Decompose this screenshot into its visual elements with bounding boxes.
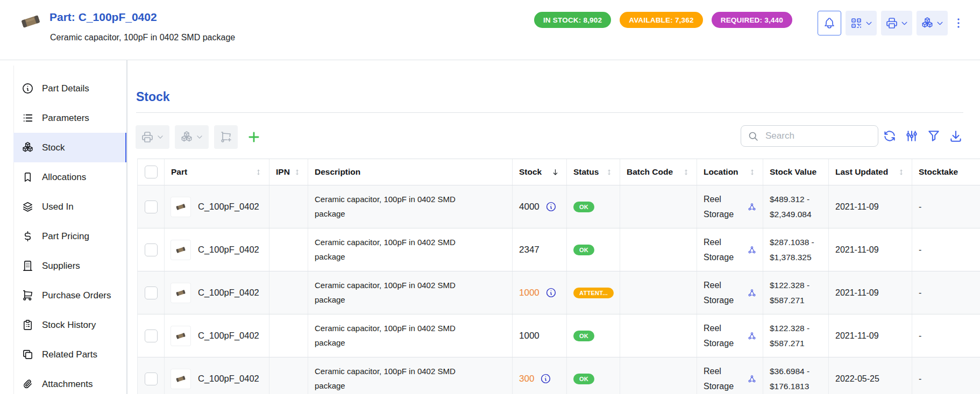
sidebar-item-allocations[interactable]: Allocations	[13, 162, 126, 192]
badge-in-stock: IN STOCK: 8,902	[534, 12, 611, 28]
cell-location: Reel Storage	[697, 357, 763, 394]
stock-value-range: $36.6984 - $176.1813	[770, 364, 822, 393]
table-row[interactable]: C_100pF_0402Ceramic capacitor, 100pF in …	[138, 271, 980, 314]
column-header-stock[interactable]: Stock	[513, 159, 567, 185]
sitemap-icon[interactable]	[748, 289, 756, 297]
sidebar-item-stock-history[interactable]: Stock History	[13, 310, 126, 340]
row-checkbox[interactable]	[145, 286, 158, 299]
sidebar-item-attachments[interactable]: Attachments	[13, 369, 126, 394]
part-thumbnail	[171, 283, 190, 303]
stock-quantity: 2347	[519, 245, 539, 255]
part-description-text: Ceramic capacitor, 100pF in 0402 SMD pac…	[315, 192, 471, 221]
cell-batch	[620, 357, 697, 394]
app-window: Part: C_100pF_0402 Ceramic capacitor, 10…	[0, 0, 980, 394]
download-table-button[interactable]	[949, 129, 963, 143]
table-row[interactable]: C_100pF_0402Ceramic capacitor, 100pF in …	[138, 314, 980, 357]
column-label: IPN	[276, 167, 290, 177]
row-checkbox[interactable]	[145, 329, 158, 342]
bell-button[interactable]	[818, 11, 841, 35]
clipboard-icon	[22, 319, 34, 331]
sidebar-item-label: Stock	[42, 142, 65, 153]
sidebar-item-parameters[interactable]: Parameters	[13, 103, 126, 133]
column-header-batch[interactable]: Batch Code	[620, 159, 697, 185]
part-name: C_100pF_0402	[198, 245, 259, 255]
sidebar-item-part-pricing[interactable]: Part Pricing	[13, 221, 126, 251]
bookmark-icon	[22, 171, 34, 183]
column-label: Status	[573, 167, 599, 177]
stock-cubes-button[interactable]	[917, 11, 948, 35]
part-description-text: Ceramic capacitor, 100pF in 0402 SMD pac…	[315, 364, 471, 393]
sidebar-item-used-in[interactable]: Used In	[13, 192, 126, 221]
table-row[interactable]: C_100pF_0402Ceramic capacitor, 100pF in …	[138, 185, 980, 228]
sort-both-icon	[293, 168, 301, 176]
sitemap-icon[interactable]	[748, 332, 756, 340]
cell-stock_value: $122.328 - $587.271	[763, 314, 829, 357]
row-checkbox[interactable]	[145, 243, 158, 256]
search-input[interactable]	[764, 130, 871, 142]
column-header-location[interactable]: Location	[697, 159, 763, 185]
sidebar-item-purchase-orders[interactable]: Purchase Orders	[13, 281, 126, 310]
stock-value-range: $287.1038 - $1,378.325	[770, 235, 822, 264]
stock-value-range: $122.328 - $587.271	[770, 278, 822, 307]
table-row[interactable]: C_100pF_0402Ceramic capacitor, 100pF in …	[138, 357, 980, 394]
refresh-table-button[interactable]	[883, 129, 897, 143]
column-header-part[interactable]: Part	[165, 159, 269, 185]
qrcode-button[interactable]	[846, 11, 877, 35]
sidebar-item-label: Purchase Orders	[42, 290, 111, 301]
sitemap-icon[interactable]	[748, 203, 756, 211]
sidebar: Part DetailsParametersStockAllocationsUs…	[0, 60, 127, 394]
printer-toolbar-button[interactable]	[136, 125, 169, 149]
column-label: Description	[315, 167, 360, 177]
status-badge: OK	[573, 374, 594, 384]
sitemap-icon[interactable]	[748, 246, 756, 254]
cell-part: C_100pF_0402	[165, 271, 269, 314]
column-label: Stocktake	[919, 167, 958, 177]
kebab-menu-button[interactable]	[952, 11, 965, 35]
cell-ipn	[269, 314, 308, 357]
column-header-last_updated[interactable]: Last Updated	[829, 159, 912, 185]
table-header-row: PartIPNDescriptionStockStatusBatch CodeL…	[138, 159, 980, 185]
cell-last_updated: 2021-11-09	[829, 314, 912, 357]
sort-both-icon	[897, 168, 905, 176]
location-name: Reel Storage	[704, 235, 742, 265]
column-header-ipn[interactable]: IPN	[269, 159, 308, 185]
cart-plus-toolbar-button[interactable]	[214, 125, 238, 149]
sidebar-item-stock[interactable]: Stock	[13, 133, 126, 162]
info-circle-icon[interactable]	[545, 287, 557, 298]
sitemap-icon[interactable]	[748, 375, 756, 383]
cell-location: Reel Storage	[697, 228, 763, 271]
sidebar-item-related-parts[interactable]: Related Parts	[13, 340, 126, 369]
table-row[interactable]: C_100pF_0402Ceramic capacitor, 100pF in …	[138, 228, 980, 271]
info-circle-icon[interactable]	[540, 373, 551, 384]
info-circle-icon[interactable]	[545, 201, 557, 212]
sidebar-item-label: Used In	[42, 202, 74, 212]
kebab-menu-icon	[952, 17, 965, 30]
select-all-checkbox[interactable]	[145, 166, 158, 178]
column-header-select	[138, 159, 165, 185]
column-header-status[interactable]: Status	[567, 159, 620, 185]
location-name: Reel Storage	[704, 278, 742, 308]
filter-table-button[interactable]	[927, 129, 941, 143]
copy-icon	[22, 348, 34, 361]
stock-toolbar	[136, 125, 264, 149]
stock-cubes-toolbar-button[interactable]	[175, 125, 209, 149]
chevron-down-icon	[900, 19, 908, 27]
stock-quantity: 1000	[519, 331, 539, 341]
add-stock-button[interactable]	[244, 125, 264, 149]
sort-both-icon	[605, 168, 613, 176]
list-icon	[22, 112, 34, 124]
sidebar-item-part-details[interactable]: Part Details	[13, 74, 126, 103]
cell-batch	[620, 228, 697, 271]
part-thumbnail	[171, 369, 190, 389]
sidebar-item-suppliers[interactable]: Suppliers	[13, 251, 126, 281]
search-box	[741, 125, 878, 147]
row-checkbox[interactable]	[145, 200, 158, 213]
adjustments-table-button[interactable]	[905, 129, 919, 143]
printer-button[interactable]	[881, 11, 912, 35]
row-checkbox[interactable]	[145, 372, 158, 385]
cell-status: OK	[567, 314, 620, 357]
column-header-stocktake: Stocktake	[912, 159, 980, 185]
info-circle-icon	[22, 82, 34, 95]
cell-stock: 300	[513, 357, 567, 394]
printer-icon	[885, 17, 898, 30]
